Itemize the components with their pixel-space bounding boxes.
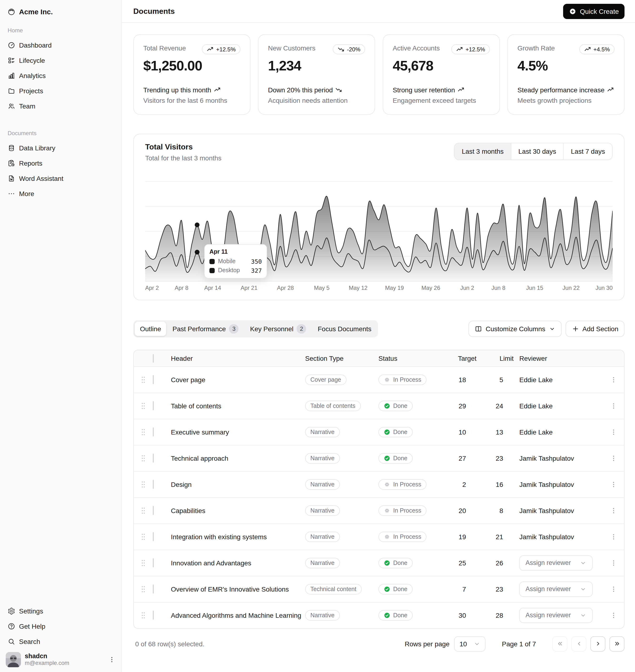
trending-up-icon [457,86,465,93]
row-title[interactable]: Advanced Algorithms and Machine Learning [168,611,305,619]
stat-card-line1: Strong user retention [393,85,490,95]
row-title[interactable]: Overview of EMR's Innovative Solutions [168,585,305,593]
row-title[interactable]: Cover page [168,376,305,384]
pager-first[interactable] [552,636,567,652]
row-title[interactable]: Design [168,481,305,488]
select-all-checkbox[interactable] [153,354,154,363]
row-title[interactable]: Integration with existing systems [168,533,305,541]
rows-per-page-select[interactable]: 10 [454,636,486,652]
tab-key-personnel[interactable]: Key Personnel2 [245,322,311,336]
row-checkbox[interactable] [153,401,154,410]
topbar: Documents Quick Create [122,0,635,23]
org-switcher[interactable]: Acme Inc. [4,4,117,20]
sidebar-item-projects[interactable]: Projects [4,83,117,98]
row-title[interactable]: Capabilities [168,507,305,514]
row-kebab-icon[interactable] [610,402,617,410]
drag-handle-icon[interactable] [140,376,147,384]
customize-columns-button[interactable]: Customize Columns [468,321,562,337]
sidebar-item-search[interactable]: Search [4,634,117,649]
page-title: Documents [133,7,175,16]
row-checkbox[interactable] [153,532,154,541]
quick-create-button[interactable]: Quick Create [563,4,625,19]
check-circle-icon [384,455,390,462]
stat-card: Total Revenue+12.5%$1,250.00Trending up … [133,34,250,115]
range-last-7-days[interactable]: Last 7 days [563,143,612,159]
row-kebab-icon[interactable] [610,454,617,462]
cell-limit: 28 [478,611,518,619]
user-menu[interactable]: shadcn m@example.com [4,649,117,668]
row-checkbox[interactable] [153,453,154,463]
pager-next[interactable] [590,636,606,652]
section-type-badge: Narrative [305,453,340,464]
pager-last[interactable] [609,636,625,652]
sidebar-item-label: Data Library [19,144,56,152]
assign-reviewer-select[interactable]: Assign reviewer [519,582,593,597]
row-kebab-icon[interactable] [610,611,617,619]
row-title[interactable]: Technical approach [168,454,305,462]
row-kebab-icon[interactable] [610,376,617,384]
sidebar-item-lifecycle[interactable]: Lifecycle [4,53,117,68]
pager-prev[interactable] [571,636,587,652]
chevron-right-icon [594,640,601,648]
drag-handle-icon[interactable] [140,611,147,620]
row-kebab-icon[interactable] [610,585,617,593]
tooltip-series-value: 327 [251,267,262,274]
row-kebab-icon[interactable] [610,559,617,567]
tab-outline[interactable]: Outline [135,322,167,336]
sidebar-item-analytics[interactable]: Analytics [4,68,117,83]
range-last-30-days[interactable]: Last 30 days [511,143,563,159]
row-checkbox[interactable] [153,375,154,384]
drag-handle-icon[interactable] [140,402,147,410]
row-checkbox[interactable] [153,611,154,620]
sidebar-item-settings[interactable]: Settings [4,603,117,619]
row-title[interactable]: Executive summary [168,428,305,436]
cell-limit: 16 [478,481,518,488]
svg-text:May 19: May 19 [385,285,404,291]
row-title[interactable]: Innovation and Advantages [168,559,305,567]
drag-handle-icon[interactable] [140,507,147,515]
range-last-3-months[interactable]: Last 3 months [455,143,511,159]
search-icon [8,638,15,645]
drag-handle-icon[interactable] [140,454,147,463]
svg-text:Jun 8: Jun 8 [491,285,505,291]
sidebar-item-team[interactable]: Team [4,98,117,114]
tab-past-performance[interactable]: Past Performance3 [167,322,244,336]
drag-handle-icon[interactable] [140,559,147,567]
row-checkbox[interactable] [153,584,154,593]
stat-card-line2: Visitors for the last 6 months [143,96,240,106]
status-badge: Done [378,427,413,438]
assign-reviewer-label: Assign reviewer [526,586,571,593]
status-label: Done [393,455,408,462]
analytics-icon [8,72,15,80]
drag-handle-icon[interactable] [140,480,147,489]
cell-limit: 23 [478,454,518,462]
drag-handle-icon[interactable] [140,533,147,541]
chevron-down-icon [549,326,555,332]
assign-reviewer-select[interactable]: Assign reviewer [519,555,593,570]
sidebar-item-word-assistant[interactable]: Word Assistant [4,171,117,186]
row-kebab-icon[interactable] [610,428,617,436]
row-kebab-icon[interactable] [610,533,617,541]
row-title[interactable]: Table of contents [168,402,305,410]
cell-target: 19 [441,533,478,541]
drag-handle-icon[interactable] [140,428,147,436]
sidebar-item-more[interactable]: More [4,186,117,201]
row-checkbox[interactable] [153,427,154,436]
row-checkbox[interactable] [153,480,154,489]
tab-focus-documents[interactable]: Focus Documents [312,322,377,336]
drag-handle-icon[interactable] [140,585,147,593]
assign-reviewer-select[interactable]: Assign reviewer [519,608,593,623]
chart-plot: Apr 2Apr 8Apr 14Apr 21Apr 28May 5May 12M… [145,170,613,292]
row-checkbox[interactable] [153,558,154,567]
row-kebab-icon[interactable] [610,481,617,488]
add-section-button[interactable]: Add Section [565,321,625,337]
sidebar-item-dashboard[interactable]: Dashboard [4,38,117,53]
col-section-type: Section Type [305,355,378,362]
sidebar-item-data-library[interactable]: Data Library [4,140,117,156]
user-kebab-icon[interactable] [108,656,116,664]
sidebar-item-reports[interactable]: Reports [4,156,117,171]
check-circle-icon [384,403,390,409]
sidebar-item-get-help[interactable]: Get Help [4,619,117,634]
row-checkbox[interactable] [153,506,154,515]
row-kebab-icon[interactable] [610,507,617,514]
